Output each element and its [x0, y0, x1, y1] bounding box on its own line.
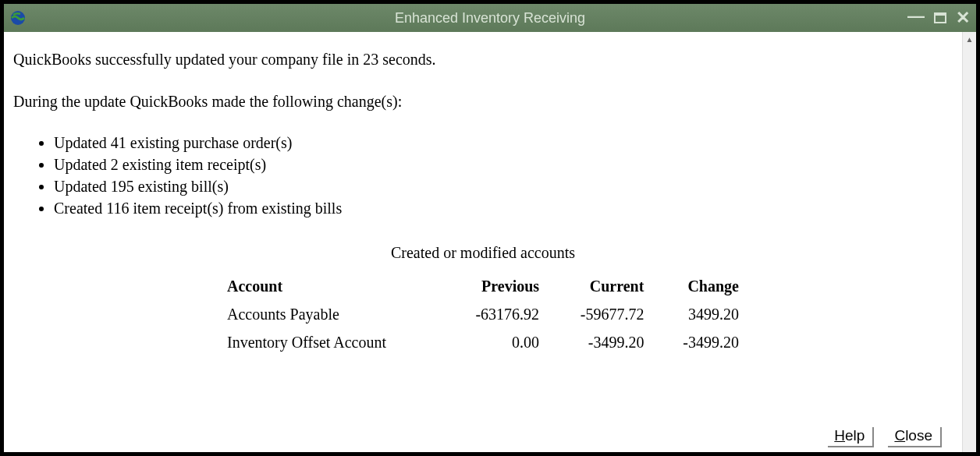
- minimize-icon[interactable]: —: [907, 8, 925, 25]
- accounts-table-wrap: Created or modified accounts Account Pre…: [218, 241, 748, 356]
- intro-text: QuickBooks successfully updated your com…: [13, 48, 953, 71]
- table-header-row: Account Previous Current Change: [218, 272, 748, 300]
- titlebar: Enhanced Inventory Receiving — ✕: [4, 4, 976, 32]
- cell-change: 3499.20: [653, 300, 748, 328]
- close-accel: C: [894, 427, 905, 444]
- help-rest: elp: [845, 427, 865, 444]
- cell-current: -3499.20: [549, 328, 653, 356]
- maximize-icon[interactable]: [934, 9, 946, 27]
- intro-suffix: seconds.: [378, 51, 435, 68]
- scroll-up-icon[interactable]: ▲: [963, 32, 976, 46]
- close-icon[interactable]: ✕: [956, 9, 970, 27]
- content-wrapper: QuickBooks successfully updated your com…: [4, 32, 976, 452]
- changes-list: Updated 41 existing purchase order(s) Up…: [13, 132, 953, 219]
- help-button[interactable]: Help: [828, 427, 874, 447]
- list-item: Updated 195 existing bill(s): [54, 175, 953, 197]
- close-rest: lose: [905, 427, 932, 444]
- list-item: Updated 41 existing purchase order(s): [54, 132, 953, 154]
- cell-account: Inventory Offset Account: [218, 328, 444, 356]
- close-button[interactable]: Close: [888, 427, 942, 447]
- intro-prefix: QuickBooks successfully updated your com…: [13, 51, 363, 68]
- dialog-window: Enhanced Inventory Receiving — ✕ QuickBo…: [0, 0, 980, 456]
- window-controls: — ✕: [907, 9, 970, 27]
- col-change: Change: [653, 272, 748, 300]
- table-caption: Created or modified accounts: [218, 241, 748, 264]
- window-title: Enhanced Inventory Receiving: [395, 10, 585, 27]
- table-row: Accounts Payable -63176.92 -59677.72 349…: [218, 300, 748, 328]
- help-accel: H: [834, 427, 845, 444]
- list-item: Updated 2 existing item receipt(s): [54, 154, 953, 175]
- vertical-scrollbar[interactable]: ▲: [962, 32, 976, 452]
- cell-change: -3499.20: [653, 328, 748, 356]
- app-globe-icon: [10, 10, 26, 26]
- accounts-table: Account Previous Current Change Accounts…: [218, 272, 748, 356]
- list-item: Created 116 item receipt(s) from existin…: [54, 197, 953, 219]
- intro-seconds: 23: [363, 51, 378, 68]
- col-current: Current: [549, 272, 653, 300]
- action-buttons: Help Close: [828, 427, 942, 447]
- cell-current: -59677.72: [549, 300, 653, 328]
- cell-account: Accounts Payable: [218, 300, 444, 328]
- col-previous: Previous: [444, 272, 549, 300]
- col-account: Account: [218, 272, 444, 300]
- cell-previous: -63176.92: [444, 300, 549, 328]
- dialog-content: QuickBooks successfully updated your com…: [4, 32, 962, 452]
- cell-previous: 0.00: [444, 328, 549, 356]
- changes-intro: During the update QuickBooks made the fo…: [13, 90, 953, 113]
- table-row: Inventory Offset Account 0.00 -3499.20 -…: [218, 328, 748, 356]
